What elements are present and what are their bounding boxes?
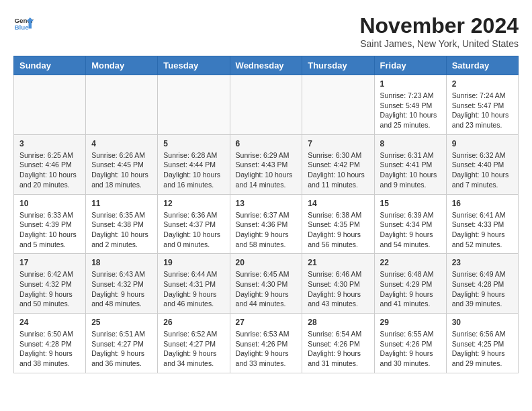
calendar-cell (86, 75, 158, 135)
day-number: 9 (452, 139, 513, 148)
calendar-cell: 13Sunrise: 6:37 AM Sunset: 4:36 PM Dayli… (230, 194, 302, 254)
day-info: Sunrise: 6:30 AM Sunset: 4:42 PM Dayligh… (308, 150, 368, 190)
calendar-cell: 18Sunrise: 6:43 AM Sunset: 4:32 PM Dayli… (86, 254, 158, 314)
calendar-week-row: 3Sunrise: 6:25 AM Sunset: 4:46 PM Daylig… (14, 134, 519, 194)
day-info: Sunrise: 6:45 AM Sunset: 4:30 PM Dayligh… (236, 269, 297, 309)
day-info: Sunrise: 6:43 AM Sunset: 4:32 PM Dayligh… (91, 269, 152, 309)
calendar-cell (302, 75, 374, 135)
day-number: 22 (380, 258, 441, 267)
day-header-monday: Monday (86, 56, 158, 75)
calendar-cell (14, 75, 86, 135)
calendar-cell: 24Sunrise: 6:50 AM Sunset: 4:28 PM Dayli… (14, 314, 86, 373)
calendar-cell: 7Sunrise: 6:30 AM Sunset: 4:42 PM Daylig… (302, 134, 374, 194)
day-number: 8 (380, 139, 441, 148)
day-info: Sunrise: 6:48 AM Sunset: 4:29 PM Dayligh… (380, 269, 441, 309)
svg-text:Blue: Blue (15, 24, 30, 31)
calendar-cell: 5Sunrise: 6:28 AM Sunset: 4:44 PM Daylig… (158, 134, 230, 194)
day-number: 12 (163, 199, 224, 208)
calendar-week-row: 17Sunrise: 6:42 AM Sunset: 4:32 PM Dayli… (14, 254, 519, 314)
day-number: 19 (163, 258, 224, 267)
day-number: 29 (380, 318, 441, 327)
title-area: November 2024 Saint James, New York, Uni… (359, 13, 519, 49)
calendar-cell: 1Sunrise: 7:23 AM Sunset: 5:49 PM Daylig… (374, 75, 446, 135)
day-info: Sunrise: 6:38 AM Sunset: 4:35 PM Dayligh… (308, 210, 368, 250)
day-number: 24 (19, 318, 80, 327)
calendar-cell: 27Sunrise: 6:53 AM Sunset: 4:26 PM Dayli… (230, 314, 302, 373)
page-header: General Blue November 2024 Saint James, … (13, 13, 519, 49)
calendar-cell (230, 75, 302, 135)
day-info: Sunrise: 6:50 AM Sunset: 4:28 PM Dayligh… (19, 329, 80, 369)
calendar-cell: 4Sunrise: 6:26 AM Sunset: 4:45 PM Daylig… (86, 134, 158, 194)
calendar-cell: 6Sunrise: 6:29 AM Sunset: 4:43 PM Daylig… (230, 134, 302, 194)
day-number: 21 (308, 258, 368, 267)
calendar-cell: 3Sunrise: 6:25 AM Sunset: 4:46 PM Daylig… (14, 134, 86, 194)
day-header-tuesday: Tuesday (158, 56, 230, 75)
logo: General Blue (13, 13, 34, 34)
calendar-cell: 28Sunrise: 6:54 AM Sunset: 4:26 PM Dayli… (302, 314, 374, 373)
day-info: Sunrise: 6:33 AM Sunset: 4:39 PM Dayligh… (19, 210, 80, 250)
calendar-cell: 29Sunrise: 6:55 AM Sunset: 4:26 PM Dayli… (374, 314, 446, 373)
day-number: 18 (91, 258, 152, 267)
calendar-cell: 11Sunrise: 6:35 AM Sunset: 4:38 PM Dayli… (86, 194, 158, 254)
calendar-cell: 17Sunrise: 6:42 AM Sunset: 4:32 PM Dayli… (14, 254, 86, 314)
day-number: 27 (236, 318, 297, 327)
day-number: 1 (380, 79, 441, 89)
day-number: 14 (308, 199, 368, 208)
calendar-cell: 14Sunrise: 6:38 AM Sunset: 4:35 PM Dayli… (302, 194, 374, 254)
day-number: 25 (91, 318, 152, 327)
calendar-cell: 12Sunrise: 6:36 AM Sunset: 4:37 PM Dayli… (158, 194, 230, 254)
day-info: Sunrise: 6:52 AM Sunset: 4:27 PM Dayligh… (163, 329, 224, 369)
day-number: 3 (19, 139, 80, 148)
day-info: Sunrise: 6:29 AM Sunset: 4:43 PM Dayligh… (236, 150, 297, 190)
location-title: Saint James, New York, United States (359, 38, 519, 49)
calendar-cell: 15Sunrise: 6:39 AM Sunset: 4:34 PM Dayli… (374, 194, 446, 254)
day-header-friday: Friday (374, 56, 446, 75)
calendar-cell: 2Sunrise: 7:24 AM Sunset: 5:47 PM Daylig… (446, 75, 518, 135)
day-info: Sunrise: 6:54 AM Sunset: 4:26 PM Dayligh… (308, 329, 368, 369)
day-number: 7 (308, 139, 368, 148)
day-number: 15 (380, 199, 441, 208)
logo-icon: General Blue (13, 13, 34, 34)
day-number: 4 (91, 139, 152, 148)
day-number: 16 (452, 199, 513, 208)
day-info: Sunrise: 6:41 AM Sunset: 4:33 PM Dayligh… (452, 210, 513, 250)
day-info: Sunrise: 6:37 AM Sunset: 4:36 PM Dayligh… (236, 210, 297, 250)
calendar-cell: 9Sunrise: 6:32 AM Sunset: 4:40 PM Daylig… (446, 134, 518, 194)
day-header-sunday: Sunday (14, 56, 86, 75)
day-info: Sunrise: 6:36 AM Sunset: 4:37 PM Dayligh… (163, 210, 224, 250)
day-number: 20 (236, 258, 297, 267)
calendar-cell: 30Sunrise: 6:56 AM Sunset: 4:25 PM Dayli… (446, 314, 518, 373)
calendar-cell: 21Sunrise: 6:46 AM Sunset: 4:30 PM Dayli… (302, 254, 374, 314)
day-number: 28 (308, 318, 368, 327)
calendar-cell: 20Sunrise: 6:45 AM Sunset: 4:30 PM Dayli… (230, 254, 302, 314)
day-info: Sunrise: 7:24 AM Sunset: 5:47 PM Dayligh… (452, 91, 513, 130)
day-info: Sunrise: 6:35 AM Sunset: 4:38 PM Dayligh… (91, 210, 152, 250)
day-info: Sunrise: 6:42 AM Sunset: 4:32 PM Dayligh… (19, 269, 80, 309)
calendar-week-row: 24Sunrise: 6:50 AM Sunset: 4:28 PM Dayli… (14, 314, 519, 373)
day-info: Sunrise: 6:49 AM Sunset: 4:28 PM Dayligh… (452, 269, 513, 309)
calendar-header-row: SundayMondayTuesdayWednesdayThursdayFrid… (14, 56, 519, 75)
day-number: 11 (91, 199, 152, 208)
calendar-week-row: 1Sunrise: 7:23 AM Sunset: 5:49 PM Daylig… (14, 75, 519, 135)
calendar-cell: 26Sunrise: 6:52 AM Sunset: 4:27 PM Dayli… (158, 314, 230, 373)
day-info: Sunrise: 6:26 AM Sunset: 4:45 PM Dayligh… (91, 150, 152, 190)
day-info: Sunrise: 6:51 AM Sunset: 4:27 PM Dayligh… (91, 329, 152, 369)
day-header-wednesday: Wednesday (230, 56, 302, 75)
day-info: Sunrise: 6:39 AM Sunset: 4:34 PM Dayligh… (380, 210, 441, 250)
calendar-cell: 25Sunrise: 6:51 AM Sunset: 4:27 PM Dayli… (86, 314, 158, 373)
day-info: Sunrise: 7:23 AM Sunset: 5:49 PM Dayligh… (380, 91, 441, 130)
day-number: 10 (19, 199, 80, 208)
day-info: Sunrise: 6:56 AM Sunset: 4:25 PM Dayligh… (452, 329, 513, 369)
calendar-cell: 19Sunrise: 6:44 AM Sunset: 4:31 PM Dayli… (158, 254, 230, 314)
day-number: 30 (452, 318, 513, 327)
calendar-table: SundayMondayTuesdayWednesdayThursdayFrid… (13, 56, 519, 373)
day-info: Sunrise: 6:28 AM Sunset: 4:44 PM Dayligh… (163, 150, 224, 190)
calendar-cell: 8Sunrise: 6:31 AM Sunset: 4:41 PM Daylig… (374, 134, 446, 194)
day-number: 26 (163, 318, 224, 327)
day-number: 23 (452, 258, 513, 267)
day-header-saturday: Saturday (446, 56, 518, 75)
day-info: Sunrise: 6:46 AM Sunset: 4:30 PM Dayligh… (308, 269, 368, 309)
day-info: Sunrise: 6:44 AM Sunset: 4:31 PM Dayligh… (163, 269, 224, 309)
day-info: Sunrise: 6:53 AM Sunset: 4:26 PM Dayligh… (236, 329, 297, 369)
day-number: 17 (19, 258, 80, 267)
